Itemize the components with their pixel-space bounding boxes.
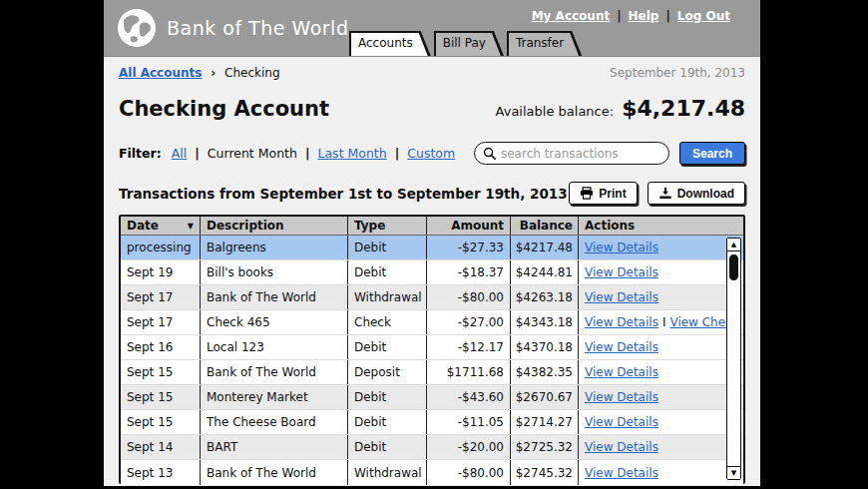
page-content: All Accounts › Checking September 19th, … [104, 66, 760, 484]
cell-balance: $4382.35 [511, 360, 579, 384]
utility-separator: | [665, 9, 669, 23]
search-button[interactable]: Search [679, 142, 745, 165]
transactions-heading: Transactions from September 1st to Septe… [119, 186, 568, 202]
cell-description: Check 465 [201, 310, 348, 334]
filter-row: Filter: All | Current Month | Last Month… [119, 142, 745, 165]
view-details-link[interactable]: View Details [585, 466, 658, 480]
cell-balance: $2725.32 [511, 435, 579, 459]
table-row[interactable]: Sept 16Local 123Debit-$12.17$4370.18View… [121, 335, 743, 360]
tab-transfer[interactable]: Transfer [507, 31, 582, 56]
table-row[interactable]: Sept 13Bank of The WorldWithdrawal-$80.0… [121, 460, 743, 485]
column-header-actions: Actions [579, 217, 743, 235]
cell-description: Bank of The World [201, 360, 348, 384]
breadcrumb-all-accounts-link[interactable]: All Accounts [119, 66, 202, 80]
sort-descending-icon[interactable]: ▼ [188, 222, 194, 231]
cell-actions: View Details [579, 335, 743, 359]
page-title: Checking Account [119, 97, 329, 121]
cell-description: Bank of The World [201, 460, 348, 485]
cell-amount: -$11.05 [427, 410, 511, 434]
cell-amount: -$80.00 [427, 460, 511, 485]
chevron-right-icon: › [211, 66, 216, 80]
table-row[interactable]: Sept 17Check 465Check-$27.00$4343.18View… [121, 310, 743, 335]
cell-actions: View DetailsIView Check [579, 310, 743, 334]
cell-amount: -$27.00 [427, 310, 511, 334]
filter-current-month[interactable]: Current Month [208, 146, 297, 161]
scroll-down-button[interactable]: ▼ [727, 466, 740, 479]
view-details-link[interactable]: View Details [585, 290, 658, 304]
view-details-link[interactable]: View Details [585, 415, 658, 429]
view-details-link[interactable]: View Details [585, 340, 658, 354]
cell-actions: View Details [579, 410, 743, 434]
cell-type: Check [348, 310, 427, 334]
cell-balance: $4263.18 [511, 285, 579, 309]
filter-custom-link[interactable]: Custom [407, 146, 455, 161]
breadcrumb-current: Checking [224, 66, 279, 80]
cell-actions: View Details [579, 435, 743, 459]
brand-name: Bank of The World [167, 17, 348, 39]
cell-type: Debit [348, 410, 427, 434]
view-details-link[interactable]: View Details [585, 265, 658, 279]
app-header: Bank of The World My Account|Help|Log Ou… [104, 0, 760, 57]
cell-date: processing [121, 236, 201, 259]
filter-last-month-link[interactable]: Last Month [318, 146, 387, 161]
cell-actions: View Details [579, 260, 743, 284]
cell-amount: -$18.37 [427, 260, 511, 284]
cell-actions: View Details [579, 236, 743, 259]
table-row[interactable]: Sept 19Bill's booksDebit-$18.37$4244.81V… [121, 260, 743, 285]
search-icon [483, 147, 496, 160]
help-link[interactable]: Help [629, 9, 659, 23]
tab-accounts-label: Accounts [349, 31, 431, 50]
printer-icon [580, 187, 594, 200]
view-details-link[interactable]: View Details [585, 315, 658, 329]
scrollbar-thumb[interactable] [729, 254, 738, 280]
cell-amount: $1711.68 [427, 360, 511, 384]
view-details-link[interactable]: View Details [585, 390, 658, 404]
column-header-date-label: Date [127, 219, 159, 233]
logout-link[interactable]: Log Out [677, 9, 730, 23]
table-scrollbar[interactable]: ▲ ▼ [726, 238, 741, 480]
cell-type: Debit [348, 236, 427, 259]
column-header-date[interactable]: Date ▼ [121, 217, 201, 235]
available-balance: Available balance: $4,217.48 [496, 96, 745, 121]
scroll-up-button[interactable]: ▲ [727, 239, 740, 251]
table-row[interactable]: Sept 15The Cheese BoardDebit-$11.05$2714… [121, 410, 743, 435]
tab-accounts[interactable]: Accounts [349, 31, 431, 56]
filter-separator: | [305, 146, 310, 161]
view-details-link[interactable]: View Details [585, 365, 658, 379]
cell-type: Deposit [348, 360, 427, 384]
cell-balance: $2670.67 [511, 385, 579, 409]
table-row[interactable]: Sept 14BARTDebit-$20.00$2725.32View Deta… [121, 435, 743, 460]
transactions-toolbar: Transactions from September 1st to Septe… [119, 182, 745, 205]
tab-transfer-label: Transfer [507, 31, 582, 50]
print-button[interactable]: Print [569, 182, 637, 205]
print-button-label: Print [599, 187, 626, 201]
view-details-link[interactable]: View Details [585, 241, 658, 254]
table-header-row: Date ▼ Description Type Amount Balance A… [121, 217, 743, 236]
table-row[interactable]: Sept 15Bank of The WorldDeposit$1711.68$… [121, 360, 743, 385]
column-header-amount: Amount [427, 217, 511, 235]
toolbar-buttons: Print Download [569, 182, 745, 205]
bank-app-window: Bank of The World My Account|Help|Log Ou… [104, 0, 760, 486]
table-row[interactable]: Sept 15Monterey MarketDebit-$43.60$2670.… [121, 385, 743, 410]
search-area: Search [474, 142, 745, 165]
column-header-description: Description [201, 217, 348, 235]
cell-actions: View Details [579, 360, 743, 384]
balance-label: Available balance: [496, 104, 615, 119]
search-box [474, 142, 669, 165]
filter-all-link[interactable]: All [172, 146, 188, 161]
cell-date: Sept 15 [121, 410, 201, 434]
download-button[interactable]: Download [648, 182, 745, 205]
cell-balance: $2714.27 [511, 410, 579, 434]
search-input[interactable] [501, 147, 660, 161]
my-account-link[interactable]: My Account [532, 9, 611, 23]
cell-type: Debit [348, 435, 427, 459]
tab-bill-pay[interactable]: Bill Pay [434, 31, 504, 56]
table-row[interactable]: processingBalgreensDebit-$27.33$4217.48V… [121, 236, 743, 260]
column-header-type: Type [348, 217, 427, 235]
transactions-table-body: processingBalgreensDebit-$27.33$4217.48V… [121, 236, 743, 485]
view-details-link[interactable]: View Details [585, 440, 658, 454]
cell-actions: View Details [579, 285, 743, 309]
cell-amount: -$12.17 [427, 335, 511, 359]
cell-date: Sept 15 [121, 360, 201, 384]
table-row[interactable]: Sept 17Bank of The WorldWithdrawal-$80.0… [121, 285, 743, 310]
